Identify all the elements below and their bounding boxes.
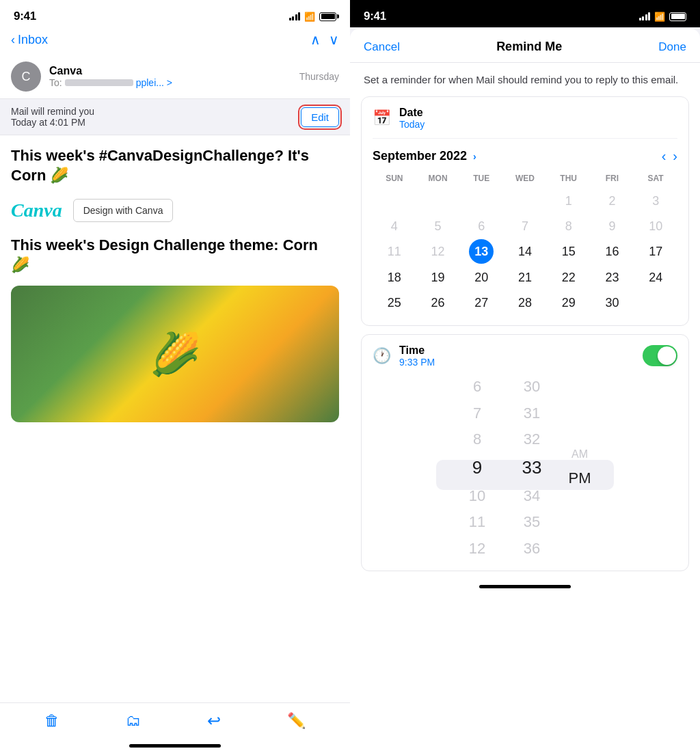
date-card: 📅 Date Today September 2022 › ‹ › SUN MO… xyxy=(361,96,689,326)
min-30: 30 xyxy=(524,374,540,400)
edit-button[interactable]: Edit xyxy=(301,107,339,127)
canva-logo: Canva xyxy=(11,200,62,221)
back-chevron-icon: ‹ xyxy=(11,33,15,47)
remind-sheet: Cancel Remind Me Done Set a reminder for… xyxy=(350,29,700,753)
email-body: This week's #CanvaDesignChallenge? It's … xyxy=(0,135,350,702)
calendar-month: September 2022 › xyxy=(373,149,655,163)
date-value[interactable]: Today xyxy=(399,119,425,130)
home-indicator xyxy=(129,744,221,748)
left-nav-bar: ‹ Inbox ∧ ∨ xyxy=(0,27,350,55)
cal-day-empty xyxy=(459,189,503,214)
dow-tue: TUE xyxy=(459,171,503,189)
email-header: C Canva To: pplei... > Thursday xyxy=(0,55,350,99)
left-phone: 9:41 📶 ‹ Inbox ∧ ∨ C Canva To: xyxy=(0,0,350,753)
corn-emoji: 🌽 xyxy=(150,330,201,379)
hour-picker-col[interactable]: 6 7 8 9 10 11 12 xyxy=(450,374,504,561)
reply-button[interactable]: ↩ xyxy=(207,711,221,730)
dow-sat: SAT xyxy=(634,171,677,189)
cal-day-4[interactable]: 4 xyxy=(373,214,416,239)
cal-day-18[interactable]: 18 xyxy=(373,265,416,290)
hour-11: 11 xyxy=(469,510,485,535)
time-toggle[interactable] xyxy=(643,345,677,366)
min-33-selected: 33 xyxy=(522,454,542,482)
cal-day-8[interactable]: 8 xyxy=(547,214,591,239)
remind-nav: Cancel Remind Me Done xyxy=(350,29,700,63)
trash-button[interactable]: 🗑 xyxy=(44,712,59,730)
dow-wed: WED xyxy=(503,171,547,189)
ampm-picker-col[interactable]: AM PM xyxy=(559,445,600,491)
minute-picker-col[interactable]: 30 31 32 33 34 35 36 xyxy=(504,374,559,561)
hour-6: 6 xyxy=(473,374,481,400)
remind-description: Set a reminder for when Mail should remi… xyxy=(350,63,700,96)
cal-day-26[interactable]: 26 xyxy=(416,290,460,316)
sender-name: Canva xyxy=(49,65,299,77)
cal-day-empty xyxy=(416,189,460,214)
cal-day-10[interactable]: 10 xyxy=(634,214,677,239)
remind-title: Remind Me xyxy=(496,40,562,54)
cal-day-3[interactable]: 3 xyxy=(634,189,677,214)
min-34: 34 xyxy=(524,484,540,509)
cal-day-empty xyxy=(634,290,677,316)
cal-day-14[interactable]: 14 xyxy=(503,239,547,264)
cal-day-empty xyxy=(503,189,547,214)
time-card-header: 🕐 Time 9:33 PM xyxy=(373,344,677,368)
cal-day-12[interactable]: 12 xyxy=(416,239,460,264)
cal-day-28[interactable]: 28 xyxy=(503,290,547,316)
nav-arrows: ∧ ∨ xyxy=(310,31,339,48)
email-to-line: To: pplei... > xyxy=(49,77,299,88)
cancel-button[interactable]: Cancel xyxy=(364,40,400,54)
left-status-time: 9:41 xyxy=(14,10,36,23)
cal-day-19[interactable]: 19 xyxy=(416,265,460,290)
cal-day-27[interactable]: 27 xyxy=(459,290,503,316)
cal-day-1[interactable]: 1 xyxy=(547,189,591,214)
cal-day-2[interactable]: 2 xyxy=(591,189,634,214)
done-button[interactable]: Done xyxy=(658,40,686,54)
bottom-toolbar: 🗑 🗂 ↩ ✏️ xyxy=(0,702,350,744)
prev-month-button[interactable]: ‹ xyxy=(662,148,667,164)
canva-logo-area: Canva Design with Canva xyxy=(11,199,339,222)
calendar-icon: 📅 xyxy=(373,109,391,127)
cal-day-23[interactable]: 23 xyxy=(591,265,634,290)
next-arrow[interactable]: ∨ xyxy=(329,31,339,48)
cal-day-11[interactable]: 11 xyxy=(373,239,416,264)
dow-sun: SUN xyxy=(373,171,416,189)
cal-day-17[interactable]: 17 xyxy=(634,239,677,264)
cal-day-16[interactable]: 16 xyxy=(591,239,634,264)
right-status-time: 9:41 xyxy=(364,10,386,23)
date-card-header: 📅 Date Today xyxy=(373,107,677,139)
signal-icon xyxy=(289,12,301,20)
recipient-preview[interactable]: pplei... > xyxy=(136,77,172,88)
next-month-button[interactable]: › xyxy=(673,148,677,164)
cal-day-30[interactable]: 30 xyxy=(591,290,634,316)
calendar-grid: SUN MON TUE WED THU FRI SAT 1 2 3 4 5 6 xyxy=(373,171,677,316)
inbox-label[interactable]: Inbox xyxy=(18,33,48,47)
cal-day-21[interactable]: 21 xyxy=(503,265,547,290)
cal-day-13-today[interactable]: 13 xyxy=(469,239,494,264)
hour-8: 8 xyxy=(473,427,481,452)
corn-image: 🌽 xyxy=(11,286,339,422)
hour-9-selected: 9 xyxy=(472,454,482,482)
design-with-canva-button[interactable]: Design with Canva xyxy=(73,199,174,222)
cal-day-24[interactable]: 24 xyxy=(634,265,677,290)
min-32: 32 xyxy=(524,427,540,452)
prev-arrow[interactable]: ∧ xyxy=(310,31,321,48)
cal-day-25[interactable]: 25 xyxy=(373,290,416,316)
cal-day-22[interactable]: 22 xyxy=(547,265,591,290)
dow-thu: THU xyxy=(547,171,591,189)
wifi-icon: 📶 xyxy=(304,12,315,22)
cal-day-29[interactable]: 29 xyxy=(547,290,591,316)
compose-button[interactable]: ✏️ xyxy=(287,712,306,730)
back-button[interactable]: ‹ Inbox xyxy=(11,33,48,47)
cal-day-9[interactable]: 9 xyxy=(591,214,634,239)
cal-day-5[interactable]: 5 xyxy=(416,214,460,239)
month-chevron[interactable]: › xyxy=(473,151,476,162)
time-value[interactable]: 9:33 PM xyxy=(399,357,634,368)
cal-day-20[interactable]: 20 xyxy=(459,265,503,290)
folder-button[interactable]: 🗂 xyxy=(126,712,141,730)
time-label-group: Time 9:33 PM xyxy=(399,344,634,368)
dow-mon: MON xyxy=(416,171,460,189)
dow-fri: FRI xyxy=(591,171,634,189)
cal-day-6[interactable]: 6 xyxy=(459,214,503,239)
cal-day-15[interactable]: 15 xyxy=(547,239,591,264)
cal-day-7[interactable]: 7 xyxy=(503,214,547,239)
